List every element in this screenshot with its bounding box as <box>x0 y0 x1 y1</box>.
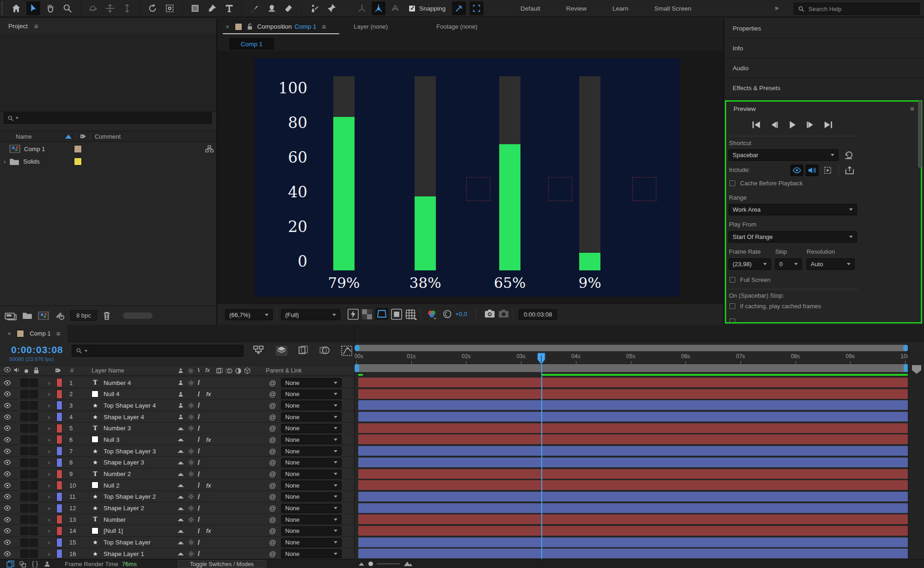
parent-select[interactable]: None <box>281 470 342 479</box>
go-to-end-button[interactable] <box>822 119 834 130</box>
lock-cell[interactable] <box>30 413 38 421</box>
parent-select[interactable]: None <box>281 481 342 490</box>
parent-pickwhip-icon[interactable]: @ <box>269 491 276 502</box>
parent-pickwhip-icon[interactable]: @ <box>269 446 276 457</box>
layer-name[interactable]: Top Shape Layer 2 <box>104 491 156 502</box>
layer-name[interactable]: Number 4 <box>104 377 131 388</box>
cache-before-playback-checkbox[interactable] <box>729 180 736 187</box>
audio-cell[interactable] <box>20 424 29 433</box>
quality-switch[interactable]: / <box>198 411 200 422</box>
visibility-eye-icon[interactable] <box>4 548 11 559</box>
expand-arrow[interactable]: › <box>48 377 50 388</box>
label-color-swatch[interactable] <box>56 458 62 467</box>
layer-duration-bar[interactable] <box>358 412 908 421</box>
layer-row[interactable]: › 15 ★ Top Shape Layer / fx @ None <box>0 537 354 548</box>
expand-arrow[interactable]: › <box>48 457 50 468</box>
lock-cell[interactable] <box>30 481 38 489</box>
work-area-bar[interactable] <box>355 364 908 372</box>
item-name[interactable]: Solids <box>23 158 39 165</box>
parent-pickwhip-icon[interactable]: @ <box>269 434 276 445</box>
interpret-footage-icon[interactable] <box>5 311 17 320</box>
expand-arrow[interactable]: › <box>48 537 50 548</box>
visibility-eye-icon[interactable] <box>4 377 11 388</box>
layer-duration-bar[interactable] <box>358 434 908 444</box>
work-area-start-handle[interactable] <box>355 364 359 372</box>
layer-row[interactable]: › 5 T Number 3 / fx @ None <box>0 423 354 434</box>
parent-pickwhip-icon[interactable]: @ <box>269 548 276 559</box>
visibility-eye-icon[interactable] <box>4 434 11 445</box>
layer-row[interactable]: › 4 ★ Shape Layer 4 / fx @ None <box>0 411 354 422</box>
composition-image[interactable]: 10080604020079%38%65%9% <box>255 58 680 297</box>
comp-label-swatch[interactable] <box>235 23 242 31</box>
expand-arrow[interactable]: › <box>48 423 50 434</box>
preview-timecode[interactable]: 0:00:03:08 <box>519 309 557 320</box>
layer-name[interactable]: Top Shape Layer 4 <box>104 400 156 411</box>
comp-marker-bin-icon[interactable] <box>912 365 921 374</box>
project-item-comp-1[interactable]: Comp 1 <box>0 143 216 155</box>
reset-icon[interactable] <box>844 150 854 160</box>
magnification-select[interactable]: (66,7%) <box>225 309 273 320</box>
parent-pickwhip-icon[interactable]: @ <box>269 503 276 514</box>
collapse-transformations-switch[interactable] <box>188 537 194 548</box>
lock-cell[interactable] <box>30 401 38 409</box>
collapse-transformations-switch[interactable] <box>188 457 194 468</box>
shy-toggle-icon[interactable] <box>43 561 51 567</box>
skip-select[interactable]: 0 <box>775 258 802 270</box>
collapse-transformations-switch[interactable] <box>188 469 194 480</box>
project-search-input[interactable] <box>20 115 196 122</box>
expand-arrow[interactable]: › <box>48 434 50 445</box>
visibility-eye-icon[interactable] <box>4 423 11 434</box>
if-caching-checkbox[interactable] <box>729 303 736 310</box>
lock-cell[interactable] <box>30 527 38 535</box>
parent-pickwhip-icon[interactable]: @ <box>269 400 276 411</box>
audio-cell[interactable] <box>20 413 29 421</box>
layer-name[interactable]: [Null 1] <box>104 525 123 537</box>
local-axis-icon[interactable] <box>355 1 369 15</box>
column-comment[interactable]: Comment <box>95 133 121 140</box>
quality-switch[interactable]: / <box>198 434 200 445</box>
visibility-eye-icon[interactable] <box>4 491 11 502</box>
parent-select[interactable]: None <box>281 378 342 387</box>
workspace-overflow-chevron[interactable]: » <box>775 4 777 12</box>
layer-duration-bar[interactable] <box>358 480 908 490</box>
shy-switch[interactable] <box>177 537 184 548</box>
unlock-icon[interactable] <box>247 23 253 30</box>
label-color-swatch[interactable] <box>56 481 62 490</box>
layer-name[interactable]: Top Shape Layer <box>104 537 151 548</box>
play-from-select[interactable]: Start Of Range <box>728 231 857 243</box>
layer-duration-bar[interactable] <box>358 549 908 558</box>
audio-cell[interactable] <box>20 515 29 524</box>
type-tool-icon[interactable] <box>222 1 236 15</box>
effects-switch[interactable]: fx <box>206 525 211 537</box>
panel-menu-icon[interactable]: ≡ <box>322 23 326 31</box>
collapse-transformations-switch[interactable] <box>188 446 194 457</box>
label-column-icon[interactable] <box>80 133 87 140</box>
layer-duration-bar[interactable] <box>358 469 908 479</box>
parent-pickwhip-icon[interactable]: @ <box>269 537 276 548</box>
lock-cell[interactable] <box>30 470 38 478</box>
visibility-eye-icon[interactable] <box>4 400 11 411</box>
right-panel-scrollbar-thumb[interactable] <box>918 101 922 168</box>
quality-switch[interactable]: / <box>198 469 200 480</box>
collapse-transformations-switch[interactable] <box>188 400 194 411</box>
label-color-swatch[interactable] <box>56 538 62 547</box>
zoom-in-mountain-icon[interactable] <box>404 561 413 567</box>
expand-arrow[interactable]: › <box>48 525 50 537</box>
expand-arrow[interactable]: › <box>48 480 50 491</box>
horizontal-scrollbar-thumb[interactable] <box>123 312 153 319</box>
range-select[interactable]: Work Area <box>728 204 857 215</box>
shy-switch[interactable] <box>177 411 184 422</box>
lock-cell[interactable] <box>30 379 38 387</box>
project-item-solids[interactable]: › Solids <box>0 155 216 167</box>
visibility-eye-icon[interactable] <box>4 514 11 525</box>
audio-cell[interactable] <box>20 527 29 535</box>
close-tab-icon[interactable]: × <box>226 23 229 31</box>
play-button[interactable] <box>786 119 798 130</box>
lock-cell[interactable] <box>30 538 38 547</box>
help-search-input[interactable] <box>808 6 901 12</box>
label-color-swatch[interactable] <box>56 549 62 558</box>
visibility-eye-icon[interactable] <box>4 389 11 400</box>
label-color-swatch[interactable] <box>56 378 62 387</box>
item-name[interactable]: Comp 1 <box>24 146 45 153</box>
parent-pickwhip-icon[interactable]: @ <box>269 525 276 537</box>
